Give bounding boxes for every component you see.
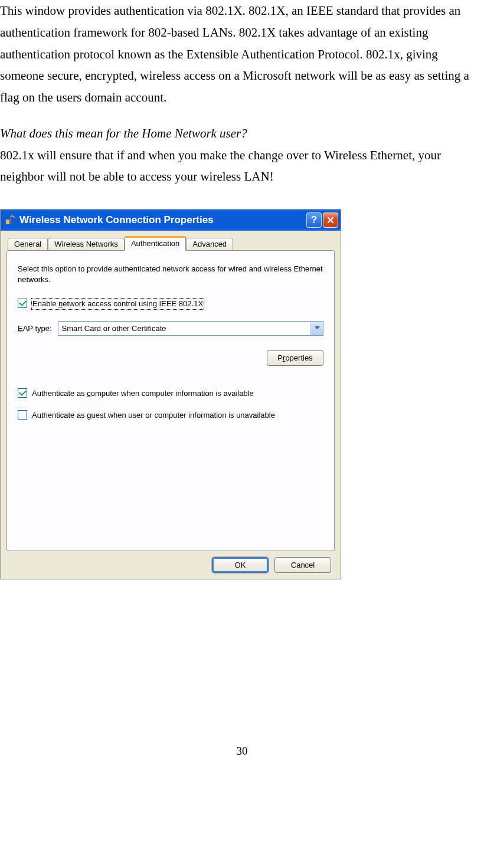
tab-authentication[interactable]: Authentication — [125, 236, 186, 251]
checkbox-auth-guest-label: Authenticate as guest when user or compu… — [32, 410, 275, 421]
wireless-icon — [4, 214, 16, 226]
titlebar[interactable]: Wireless Network Connection Properties ? — [1, 209, 341, 231]
checkbox-auth-guest[interactable] — [18, 410, 27, 420]
eap-type-dropdown[interactable]: Smart Card or other Certificate — [58, 321, 323, 336]
svg-rect-1 — [10, 217, 11, 224]
tab-strip: General Wireless Networks Authentication… — [6, 235, 335, 251]
checkbox-enable-8021x-label: Enable network access control using IEEE… — [32, 299, 204, 309]
tab-advanced[interactable]: Advanced — [186, 238, 233, 251]
properties-button[interactable]: Properties — [267, 350, 323, 366]
svg-rect-0 — [6, 220, 9, 224]
tab-general[interactable]: General — [8, 238, 48, 251]
dialog-button-bar: OK Cancel — [6, 551, 335, 575]
page-number: 30 — [0, 745, 484, 758]
paragraph-answer: 802.1x will ensure that if and when you … — [0, 145, 484, 188]
dropdown-arrow-icon — [310, 322, 323, 335]
cancel-button[interactable]: Cancel — [274, 557, 331, 573]
checkbox-enable-8021x[interactable] — [18, 299, 27, 308]
checkbox-auth-computer-label: Authenticate as computer when computer i… — [32, 388, 254, 399]
dialog-window: Wireless Network Connection Properties ?… — [0, 209, 341, 579]
window-title: Wireless Network Connection Properties — [19, 214, 305, 226]
eap-type-label: EAP type: — [18, 324, 52, 333]
paragraph-intro: This window provides authentication via … — [0, 0, 484, 109]
heading-question: What does this mean for the Home Network… — [0, 123, 484, 145]
help-button[interactable]: ? — [306, 212, 322, 228]
close-button[interactable] — [323, 212, 338, 228]
checkbox-auth-computer[interactable] — [18, 388, 27, 398]
tab-panel-authentication: Select this option to provide authentica… — [6, 250, 335, 551]
eap-type-value: Smart Card or other Certificate — [62, 324, 310, 333]
tab-wireless-networks[interactable]: Wireless Networks — [48, 238, 125, 251]
description-text: Select this option to provide authentica… — [18, 264, 323, 284]
ok-button[interactable]: OK — [212, 557, 269, 573]
